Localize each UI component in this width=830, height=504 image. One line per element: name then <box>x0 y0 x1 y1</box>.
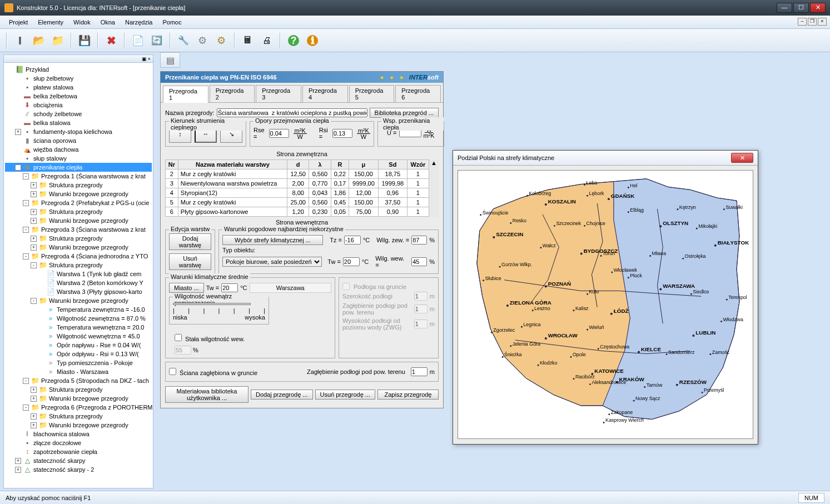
tree-node[interactable]: Warstwa 1 (Tynk lub gładź cem <box>5 270 152 278</box>
tab-2[interactable]: Przegroda 2 <box>210 85 255 102</box>
tree-node[interactable]: Typ pomieszczenia - Pokoje <box>5 358 152 367</box>
add-layer-button[interactable]: Dodaj warstwę <box>169 233 211 250</box>
mdi-restore[interactable]: ❐ <box>808 18 817 26</box>
tab-3[interactable]: Przegroda 3 <box>256 85 301 102</box>
tree-node[interactable]: złącze doczołowe <box>5 438 152 447</box>
tool-page[interactable] <box>130 33 146 48</box>
menu-widok[interactable]: Widok <box>69 18 95 27</box>
tree-node[interactable]: Wilgotność wewnętrzna = 45.0 <box>5 332 152 341</box>
tree-node[interactable]: ściana oporowa <box>5 136 152 145</box>
tree-node[interactable]: -Warunki brzegowe przegrody <box>5 296 152 305</box>
tree-node[interactable]: +Struktura przegrody <box>5 207 152 216</box>
tree-pin-icon[interactable]: ▣ <box>142 56 147 62</box>
tree-node[interactable]: -Przegroda 4 (Ściana jednorodna z YTO <box>5 252 152 261</box>
tree-node[interactable]: blachownica stalowa <box>5 430 152 438</box>
tree-node[interactable]: +stateczność skarpy <box>5 456 152 465</box>
poland-map[interactable]: GDAŃSKKOSZALINSZCZECINBYDGOSZCZOLSZTYNBI… <box>458 170 753 439</box>
tool-refresh[interactable] <box>149 33 165 48</box>
tree-node[interactable]: płatew stalowa <box>5 83 152 92</box>
tool-open2[interactable] <box>50 33 66 48</box>
tree-node[interactable]: belka żelbetowa <box>5 92 152 101</box>
tree-node[interactable]: obciążenia <box>5 101 152 109</box>
tree-close-icon[interactable]: × <box>148 56 151 62</box>
zone-button[interactable]: Wybór strefy klimatycznej ... <box>222 235 323 245</box>
tree-node[interactable]: +Warunki brzegowe przegrody <box>5 216 152 225</box>
tool-delete[interactable] <box>103 33 119 48</box>
tree-node[interactable]: +Warunki brzegowe przegrody <box>5 394 152 403</box>
tab-6[interactable]: Przegroda 6 <box>395 85 441 102</box>
tree-node[interactable]: +Struktura przegrody <box>5 181 152 189</box>
tool-gear1[interactable] <box>195 33 210 48</box>
tree-node[interactable]: +Warunki brzegowe przegrody <box>5 189 152 198</box>
tree-node[interactable]: słup stalowy <box>5 154 152 163</box>
partition-name-input[interactable] <box>217 108 367 117</box>
tree-node[interactable]: Opór odpływu - Rsi = 0.13 W/( <box>5 350 152 358</box>
tw-input[interactable] <box>343 257 360 266</box>
tree-node[interactable]: -Przegroda 6 (Przegroda z POROTHERM <box>5 403 152 412</box>
tab-4[interactable]: Przegroda 4 <box>302 85 348 102</box>
tree-node[interactable]: Miasto - Warszawa <box>5 367 152 376</box>
del-layer-button[interactable]: Usuń warstwę <box>169 253 211 270</box>
rsi-input[interactable] <box>332 129 352 138</box>
humidity-slider[interactable] <box>173 303 251 305</box>
menu-pomoc[interactable]: Pomoc <box>158 18 186 27</box>
tree-node[interactable]: Warstwa 2 (Beton komórkowy Y <box>5 278 152 287</box>
tree-node[interactable]: Temperatura wewnętrzna = 20.0 <box>5 323 152 332</box>
tree-node[interactable]: zapotrzebowanie ciepła <box>5 447 152 456</box>
menu-narzedzia[interactable]: Narzędzia <box>121 18 157 27</box>
project-tree[interactable]: Przykładsłup żelbetowypłatew stalowabelk… <box>4 63 153 476</box>
menu-okna[interactable]: Okna <box>96 18 120 27</box>
close-button[interactable]: ✕ <box>810 3 826 13</box>
tree-node[interactable]: +Struktura przegrody <box>5 412 152 421</box>
save-partition-button[interactable]: Zapisz przegrodę <box>377 390 439 400</box>
tool-gear2[interactable] <box>213 33 229 48</box>
material-lib-button[interactable]: Materiałowa biblioteka użytkownika ... <box>165 386 248 403</box>
tree-node[interactable]: słup żelbetowy <box>5 74 152 83</box>
obj-type-select[interactable]: Pokoje biurowe, sale posiedzeń <box>222 257 322 267</box>
tool-new[interactable] <box>12 33 28 48</box>
table-scrollbar[interactable]: ▲ <box>429 159 439 217</box>
hum-in-input[interactable] <box>411 257 427 266</box>
tree-node[interactable]: więźba dachowa <box>5 145 152 154</box>
tree-node[interactable]: -Przegroda 1 (Ściana warstwowa z krat <box>5 172 152 181</box>
materials-table[interactable]: NrNazwa materiału warstwydλRμSdWzór 2Mur… <box>165 159 429 217</box>
mdi-close[interactable]: × <box>818 18 827 26</box>
wall-ground-checkbox[interactable]: Ściana zagłębiona w gruncie <box>169 368 257 376</box>
tree-node[interactable]: belka stalowa <box>5 118 152 127</box>
tree-node[interactable]: +stateczność skarpy - 2 <box>5 465 152 474</box>
const-hum-checkbox[interactable]: Stała wilgotność wew. <box>175 336 245 342</box>
maximize-button[interactable]: ☐ <box>793 3 809 13</box>
tool-open[interactable] <box>31 33 47 48</box>
tool-info[interactable] <box>305 33 320 48</box>
tree-node[interactable]: schody żelbetowe <box>5 109 152 118</box>
tool-help[interactable] <box>286 33 301 48</box>
tree-node[interactable]: -przenikanie ciepła <box>5 163 152 172</box>
tree-node[interactable]: Wilgotność zewnętrzna = 87.0 % <box>5 314 152 323</box>
tree-node[interactable]: +Struktura przegrody <box>5 385 152 394</box>
menu-elementy[interactable]: Elementy <box>33 18 68 27</box>
wall-ground-input[interactable] <box>411 367 428 376</box>
mdi-minimize[interactable]: – <box>798 18 807 26</box>
tree-node[interactable]: -Przegroda 3 (Ściana warstwowa z krat <box>5 225 152 234</box>
tool-save[interactable] <box>77 33 92 48</box>
tree-node[interactable]: +Struktura przegrody <box>5 234 152 243</box>
map-close-button[interactable]: ✕ <box>731 153 753 163</box>
tree-node[interactable]: +fundamenty-stopa kielichowa <box>5 127 152 136</box>
tree-node[interactable]: Warstwa 3 (Płyty gipsowo-karto <box>5 287 152 296</box>
city-button[interactable]: Miasto ... <box>169 283 204 293</box>
rse-input[interactable] <box>269 129 289 138</box>
tree-node[interactable]: +Warunki brzegowe przegrody <box>5 243 152 252</box>
tree-node[interactable]: Temperatura zewnętrzna = -16.0 <box>5 305 152 314</box>
del-partition-button[interactable]: Usuń przegrodę ... <box>315 390 376 400</box>
tree-node[interactable]: -Przegroda 2 (Prefabrykat z PGS-u (ocie <box>5 198 152 207</box>
minimize-button[interactable]: — <box>777 3 792 13</box>
tree-node[interactable]: +Warunki brzegowe przegrody <box>5 421 152 430</box>
tab-1[interactable]: Przegroda 1 <box>163 86 208 103</box>
library-button[interactable]: Biblioteka przegród ... <box>370 108 439 118</box>
hum-out-input[interactable] <box>411 236 427 244</box>
add-partition-button[interactable]: Dodaj przegrodę ... <box>251 390 313 400</box>
tool-calc[interactable] <box>240 33 256 48</box>
menu-projekt[interactable]: Projekt <box>4 18 32 27</box>
tree-node[interactable]: -Przegroda 5 (Stropodach na DKZ - tach <box>5 376 152 385</box>
tab-5[interactable]: Przegroda 5 <box>349 85 395 102</box>
